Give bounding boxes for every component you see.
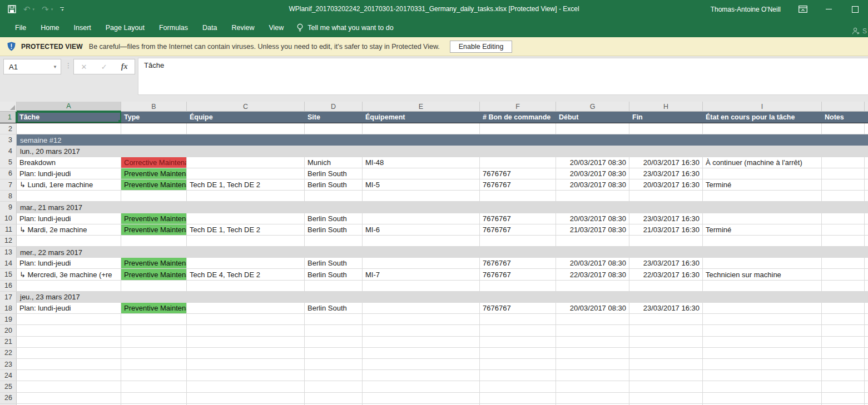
cell-J11[interactable]: [822, 224, 865, 235]
cell-E21[interactable]: [363, 337, 480, 347]
col-header-D[interactable]: D: [305, 102, 363, 112]
cell-F6[interactable]: 7676767: [480, 168, 556, 179]
enable-editing-button[interactable]: Enable Editing: [450, 41, 513, 53]
share-button[interactable]: S: [852, 27, 867, 35]
cell-C20[interactable]: [187, 325, 305, 336]
cell-G24[interactable]: [556, 370, 629, 381]
row-header-24[interactable]: 24: [0, 370, 17, 381]
cell-H11[interactable]: 21/03/2017 16:30: [629, 224, 703, 235]
cell-D6[interactable]: Berlin South: [305, 168, 363, 179]
cell-C22[interactable]: [187, 348, 305, 358]
cell-A1[interactable]: Tâche: [17, 112, 121, 123]
cell-J5[interactable]: [822, 157, 865, 168]
cell-K19[interactable]: [865, 314, 868, 324]
cell-H15[interactable]: 22/03/2017 16:30: [629, 269, 703, 279]
band-row-4[interactable]: lun., 20 mars 2017: [17, 146, 868, 157]
cell-K7[interactable]: [865, 179, 868, 190]
cell-A19[interactable]: [17, 314, 121, 324]
cell-A2[interactable]: [17, 123, 121, 134]
cell-G5[interactable]: 20/03/2017 08:30: [556, 157, 629, 168]
cell-B5[interactable]: Corrective Maintenance: [121, 157, 187, 168]
cell-I15[interactable]: Technicien sur machine: [703, 269, 822, 279]
cell-E16[interactable]: [363, 281, 480, 291]
cell-H19[interactable]: [629, 314, 703, 324]
cell-J25[interactable]: [822, 381, 865, 392]
cell-E7[interactable]: MI-5: [363, 179, 480, 190]
cell-H22[interactable]: [629, 348, 703, 358]
cell-E26[interactable]: [363, 393, 480, 403]
col-header-F[interactable]: F: [480, 102, 556, 112]
tab-page-layout[interactable]: Page Layout: [98, 18, 152, 37]
cell-B6[interactable]: Preventive Maintenance: [121, 168, 187, 179]
cell-H8[interactable]: [629, 191, 703, 201]
tab-data[interactable]: Data: [195, 18, 224, 37]
save-icon[interactable]: [8, 5, 16, 13]
cell-E11[interactable]: MI-6: [363, 224, 480, 235]
cell-I2[interactable]: [703, 123, 822, 134]
cell-I11[interactable]: Terminé: [703, 224, 822, 235]
cell-J26[interactable]: [822, 393, 865, 403]
cell-K18[interactable]: [865, 303, 868, 313]
cell-A18[interactable]: Plan: lundi-jeudi: [17, 303, 121, 313]
col-header-B[interactable]: B: [121, 102, 187, 112]
cell-I26[interactable]: [703, 393, 822, 403]
tab-view[interactable]: View: [261, 18, 291, 37]
cell-C5[interactable]: [187, 157, 305, 168]
row-header-18[interactable]: 18: [0, 303, 17, 313]
cell-H10[interactable]: 23/03/2017 16:30: [629, 213, 703, 224]
cell-G25[interactable]: [556, 381, 629, 392]
cell-K14[interactable]: [865, 258, 868, 268]
cell-J8[interactable]: [822, 191, 865, 201]
cell-D16[interactable]: [305, 281, 363, 291]
cell-F7[interactable]: 7676767: [480, 179, 556, 190]
cell-B7[interactable]: Preventive Maintenance: [121, 179, 187, 190]
cell-D26[interactable]: [305, 393, 363, 403]
cell-G26[interactable]: [556, 393, 629, 403]
cell-I16[interactable]: [703, 281, 822, 291]
cell-F16[interactable]: [480, 281, 556, 291]
tab-review[interactable]: Review: [224, 18, 261, 37]
cell-I21[interactable]: [703, 337, 822, 347]
cell-H24[interactable]: [629, 370, 703, 381]
insert-function-icon[interactable]: fx: [121, 62, 128, 71]
cell-A15[interactable]: ↳ Mercredi, 3e machine (+re: [17, 269, 121, 279]
cell-B20[interactable]: [121, 325, 187, 336]
cell-J14[interactable]: [822, 258, 865, 268]
cell-H6[interactable]: 23/03/2017 16:30: [629, 168, 703, 179]
cell-D19[interactable]: [305, 314, 363, 324]
cell-B11[interactable]: Preventive Maintenance: [121, 224, 187, 235]
cell-C7[interactable]: Tech DE 1, Tech DE 2: [187, 179, 305, 190]
cell-F11[interactable]: 7676767: [480, 224, 556, 235]
cell-E2[interactable]: [363, 123, 480, 134]
row-header-21[interactable]: 21: [0, 337, 17, 347]
cell-K26[interactable]: [865, 393, 868, 403]
cell-F21[interactable]: [480, 337, 556, 347]
cell-F15[interactable]: 7676767: [480, 269, 556, 279]
cell-G14[interactable]: 20/03/2017 08:30: [556, 258, 629, 268]
formula-input[interactable]: Tâche: [138, 58, 868, 95]
cell-D10[interactable]: Berlin South: [305, 213, 363, 224]
cell-K25[interactable]: [865, 381, 868, 392]
cell-G23[interactable]: [556, 359, 629, 369]
cell-A10[interactable]: Plan: lundi-jeudi: [17, 213, 121, 224]
cell-E24[interactable]: [363, 370, 480, 381]
cell-E23[interactable]: [363, 359, 480, 369]
cell-F22[interactable]: [480, 348, 556, 358]
cell-F26[interactable]: [480, 393, 556, 403]
cell-K16[interactable]: [865, 281, 868, 291]
cell-A7[interactable]: ↳ Lundi, 1ere machine: [17, 179, 121, 190]
cell-F12[interactable]: [480, 236, 556, 246]
cell-K23[interactable]: [865, 359, 868, 369]
row-header-12[interactable]: 12: [0, 236, 17, 246]
name-box-caret-icon[interactable]: ▼: [53, 64, 57, 69]
band-row-3[interactable]: semaine #12: [17, 134, 868, 146]
cell-H2[interactable]: [629, 123, 703, 134]
cell-E25[interactable]: [363, 381, 480, 392]
row-header-2[interactable]: 2: [0, 123, 17, 134]
cell-D18[interactable]: Berlin South: [305, 303, 363, 313]
cell-K2[interactable]: [865, 123, 868, 134]
cell-F19[interactable]: [480, 314, 556, 324]
cell-G1[interactable]: Début: [556, 112, 629, 123]
cell-A11[interactable]: ↳ Mardi, 2e machine: [17, 224, 121, 235]
cell-G19[interactable]: [556, 314, 629, 324]
